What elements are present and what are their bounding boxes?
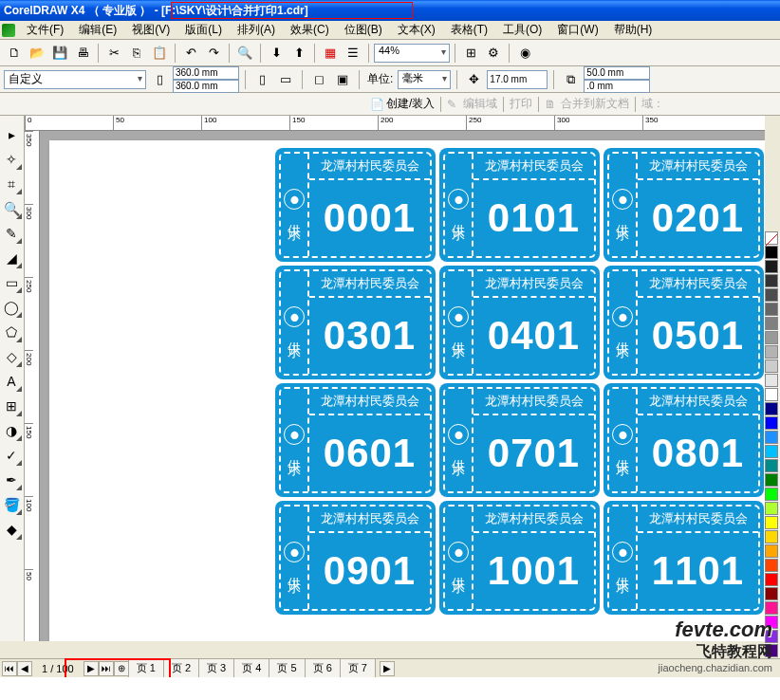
add-page-icon[interactable]: ⊕ (114, 661, 129, 676)
page-height-input[interactable] (173, 80, 239, 93)
color-swatch[interactable] (765, 416, 778, 430)
color-swatch[interactable] (765, 559, 778, 572)
page-tab[interactable]: 页 7 (340, 658, 376, 678)
color-swatch[interactable] (765, 345, 778, 359)
polygon-tool-icon[interactable]: ⬠ (0, 321, 23, 343)
rectangle-tool-icon[interactable]: ▭ (0, 271, 23, 294)
ticket[interactable]: ⬤供水龙潭村村民委员会0201 (604, 148, 764, 262)
ticket[interactable]: ⬤供水龙潭村村民委员会0101 (439, 148, 600, 262)
ellipse-tool-icon[interactable]: ◯ (0, 296, 23, 319)
menu-window[interactable]: 窗口(W) (549, 20, 605, 40)
new-icon[interactable]: 🗋 (4, 43, 25, 64)
portrait-icon[interactable]: ▯ (251, 69, 272, 90)
eyedropper-icon[interactable]: ✓ (0, 444, 23, 467)
ticket[interactable]: ⬤供水龙潭村村民委员会0301 (275, 266, 436, 379)
color-swatch[interactable] (765, 445, 778, 458)
fill-tool-icon[interactable]: 🪣 (0, 493, 23, 516)
smart-fill-icon[interactable]: ◢ (0, 247, 23, 269)
zoom-combo[interactable]: 44% (374, 44, 450, 63)
redo-icon[interactable]: ↷ (203, 43, 224, 64)
page-current-icon[interactable]: ▣ (332, 69, 353, 90)
menu-edit[interactable]: 编辑(E) (71, 20, 124, 40)
color-swatch[interactable] (765, 502, 778, 515)
zoom-tool-icon[interactable]: 🔍 (0, 197, 23, 220)
open-icon[interactable]: 📂 (27, 43, 47, 64)
ticket[interactable]: ⬤供水龙潭村村民委员会1101 (604, 501, 764, 615)
pick-tool-icon[interactable]: ▸ (0, 123, 23, 146)
menu-view[interactable]: 视图(V) (124, 20, 177, 40)
color-swatch[interactable] (765, 274, 778, 287)
create-load-button[interactable]: 📄创建/装入 (370, 96, 435, 112)
import-icon[interactable]: ⬇ (266, 43, 287, 64)
search-icon[interactable]: 🔍 (234, 43, 255, 64)
menu-help[interactable]: 帮助(H) (606, 20, 660, 40)
color-swatch[interactable] (765, 303, 778, 316)
units-combo[interactable]: 毫米 (398, 70, 451, 89)
freehand-tool-icon[interactable]: ✎ (0, 222, 23, 245)
prev-page-icon[interactable]: ◀ (17, 661, 32, 676)
crop-tool-icon[interactable]: ⌗ (0, 173, 23, 195)
menu-arrange[interactable]: 排列(A) (230, 20, 283, 40)
copy-icon[interactable]: ⎘ (126, 43, 147, 64)
color-swatch[interactable] (765, 473, 778, 487)
no-fill-swatch[interactable] (765, 231, 778, 245)
last-page-icon[interactable]: ⏭ (99, 661, 114, 676)
outline-tool-icon[interactable]: ✒ (0, 469, 23, 491)
color-swatch[interactable] (765, 488, 778, 501)
canvas-area[interactable]: ⬤供水龙潭村村民委员会0001⬤供水龙潭村村民委员会0101⬤供水龙潭村村民委员… (40, 131, 765, 641)
color-swatch[interactable] (765, 587, 778, 600)
blend-tool-icon[interactable]: ◑ (0, 419, 23, 442)
color-swatch[interactable] (765, 374, 778, 387)
options-icon[interactable]: ⚙ (483, 43, 504, 64)
color-swatch[interactable] (765, 331, 778, 344)
ticket[interactable]: ⬤供水龙潭村村民委员会1001 (439, 501, 600, 615)
text-tool-icon[interactable]: A (0, 370, 23, 393)
color-swatch[interactable] (765, 359, 778, 373)
menu-tools[interactable]: 工具(O) (495, 20, 549, 40)
paper-combo[interactable]: 自定义 (4, 70, 146, 89)
page-tab[interactable]: 页 6 (305, 658, 341, 678)
menu-text[interactable]: 文本(X) (390, 20, 443, 40)
color-swatch[interactable] (765, 402, 778, 415)
export-icon[interactable]: ⬆ (288, 43, 309, 64)
ticket[interactable]: ⬤供水龙潭村村民委员会0501 (604, 266, 764, 379)
color-swatch[interactable] (765, 516, 778, 529)
page-tab[interactable]: 页 5 (269, 658, 305, 678)
landscape-icon[interactable]: ▭ (275, 69, 296, 90)
next-page-icon[interactable]: ▶ (84, 661, 99, 676)
first-page-icon[interactable]: ⏮ (2, 661, 17, 676)
ticket[interactable]: ⬤供水龙潭村村民委员会0001 (275, 148, 436, 262)
dup-x-input[interactable] (584, 66, 650, 80)
page[interactable]: ⬤供水龙潭村村民委员会0001⬤供水龙潭村村民委员会0101⬤供水龙潭村村民委员… (49, 140, 765, 641)
undo-icon[interactable]: ↶ (180, 43, 201, 64)
shape-tool-icon[interactable]: ✧ (0, 148, 23, 171)
welcome-icon[interactable]: ☰ (343, 43, 363, 64)
page-tab[interactable]: 页 3 (198, 658, 234, 678)
page-tab[interactable]: 页 2 (163, 658, 199, 678)
color-swatch[interactable] (765, 260, 778, 273)
ticket[interactable]: ⬤供水龙潭村村民委员会0801 (604, 383, 764, 497)
help-icon[interactable]: ◉ (514, 43, 535, 64)
menu-table[interactable]: 表格(T) (443, 20, 495, 40)
color-swatch[interactable] (765, 246, 778, 259)
ticket[interactable]: ⬤供水龙潭村村民委员会0401 (439, 266, 600, 379)
color-swatch[interactable] (765, 388, 778, 401)
basic-shapes-icon[interactable]: ◇ (0, 345, 23, 368)
color-swatch[interactable] (765, 544, 778, 558)
cut-icon[interactable]: ✂ (103, 43, 124, 64)
ticket[interactable]: ⬤供水龙潭村村民委员会0601 (275, 383, 436, 497)
color-swatch[interactable] (765, 573, 778, 586)
color-swatch[interactable] (765, 530, 778, 543)
app-launcher-icon[interactable]: ▦ (320, 43, 341, 64)
menu-layout[interactable]: 版面(L) (177, 20, 230, 40)
page-width-input[interactable] (173, 66, 239, 80)
table-tool-icon[interactable]: ⊞ (0, 395, 23, 417)
ticket[interactable]: ⬤供水龙潭村村民委员会0701 (439, 383, 600, 497)
menu-effects[interactable]: 效果(C) (283, 20, 337, 40)
color-swatch[interactable] (765, 601, 778, 615)
color-swatch[interactable] (765, 288, 778, 302)
print-icon[interactable]: 🖶 (72, 43, 93, 64)
page-tab[interactable]: 页 1 (128, 658, 164, 678)
save-icon[interactable]: 💾 (49, 43, 70, 64)
dup-y-input[interactable] (584, 80, 650, 93)
